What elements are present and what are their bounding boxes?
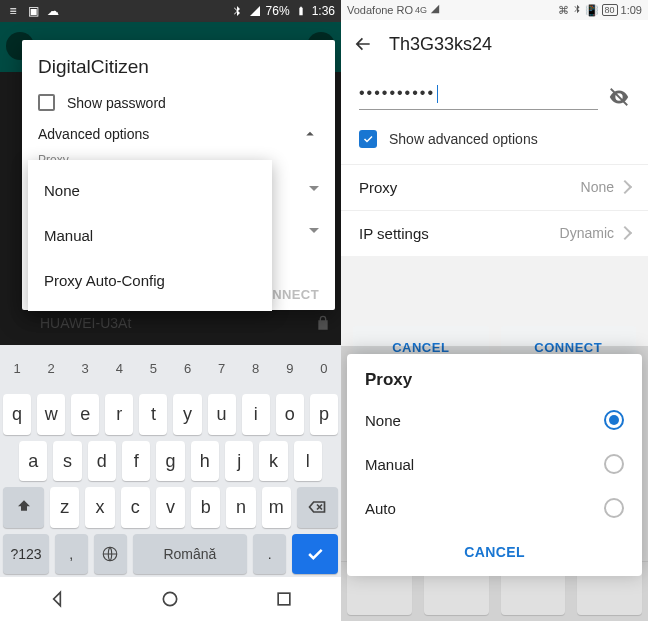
password-input[interactable]: •••••••••• <box>359 84 598 110</box>
key-1[interactable]: 1 <box>0 347 34 389</box>
carrier-label: Vodafone RO <box>347 4 413 16</box>
proxy-bottom-sheet: Proxy None Manual Auto CANCEL <box>347 354 642 576</box>
key-d[interactable]: d <box>88 441 116 481</box>
proxy-option-auto[interactable]: Auto <box>347 486 642 530</box>
signal-icon <box>248 4 262 18</box>
comma-key[interactable]: , <box>55 534 88 574</box>
nfc-icon: ⌘ <box>558 4 569 17</box>
phone-left: ≡ ▣ ☁ 76% 1:36 HUAWEI-U3At <box>0 0 341 621</box>
key-k[interactable]: k <box>259 441 287 481</box>
key-i[interactable]: i <box>242 394 270 434</box>
key-r[interactable]: r <box>105 394 133 434</box>
space-key[interactable]: Română <box>133 534 248 574</box>
checkbox-checked-icon[interactable] <box>359 130 377 148</box>
key-e[interactable]: e <box>71 394 99 434</box>
sheet-cancel-button[interactable]: CANCEL <box>347 530 642 570</box>
key-row-3: z x c v b n m <box>0 484 341 530</box>
key-w[interactable]: w <box>37 394 65 434</box>
wifi-item-label: HUAWEI-U3At <box>40 315 131 331</box>
key-p[interactable]: p <box>310 394 338 434</box>
battery-text: 80 <box>602 4 618 16</box>
key-v[interactable]: v <box>156 487 185 527</box>
key-b[interactable]: b <box>191 487 220 527</box>
key-n[interactable]: n <box>226 487 255 527</box>
network-type: 4G <box>415 5 427 15</box>
key-row-4: ?123 , Română . <box>0 531 341 577</box>
key-s[interactable]: s <box>53 441 81 481</box>
status-bar: ≡ ▣ ☁ 76% 1:36 <box>0 0 341 22</box>
proxy-option-none[interactable]: None <box>28 168 272 213</box>
proxy-option-none[interactable]: None <box>347 398 642 442</box>
key-t[interactable]: t <box>139 394 167 434</box>
shift-key[interactable] <box>3 487 44 527</box>
option-label: Manual <box>365 456 414 473</box>
enter-key[interactable] <box>292 534 338 574</box>
key-0[interactable]: 0 <box>307 347 341 389</box>
radio-icon <box>604 498 624 518</box>
key-6[interactable]: 6 <box>170 347 204 389</box>
wifi-form: •••••••••• Show advanced options Proxy N… <box>341 68 648 256</box>
radio-icon <box>604 454 624 474</box>
key-5[interactable]: 5 <box>136 347 170 389</box>
period-key[interactable]: . <box>253 534 286 574</box>
key-z[interactable]: z <box>50 487 79 527</box>
key-9[interactable]: 9 <box>273 347 307 389</box>
key-h[interactable]: h <box>191 441 219 481</box>
proxy-dropdown-menu: None Manual Proxy Auto-Config <box>28 160 272 311</box>
proxy-row[interactable]: Proxy None <box>341 164 648 210</box>
key-y[interactable]: y <box>173 394 201 434</box>
advanced-options-row[interactable]: Advanced options <box>38 125 319 143</box>
key-row-1: q w e r t y u i o p <box>0 391 341 437</box>
show-password-label: Show password <box>67 95 166 111</box>
key-x[interactable]: x <box>85 487 114 527</box>
key-8[interactable]: 8 <box>239 347 273 389</box>
visibility-off-icon[interactable] <box>608 86 630 108</box>
key-j[interactable]: j <box>225 441 253 481</box>
key-q[interactable]: q <box>3 394 31 434</box>
svg-rect-2 <box>278 593 290 605</box>
symbols-key[interactable]: ?123 <box>3 534 49 574</box>
dialog-title: DigitalCitizen <box>38 56 319 78</box>
key-4[interactable]: 4 <box>102 347 136 389</box>
option-label: Auto <box>365 500 396 517</box>
image-icon: ▣ <box>26 4 40 18</box>
dropdown-caret-icon <box>309 228 319 233</box>
key-m[interactable]: m <box>262 487 291 527</box>
key-f[interactable]: f <box>122 441 150 481</box>
key-7[interactable]: 7 <box>205 347 239 389</box>
wifi-list-bg: HUAWEI-U3At <box>40 310 331 336</box>
nav-home-icon[interactable] <box>160 589 180 609</box>
globe-key[interactable] <box>94 534 127 574</box>
dropdown-caret-icon <box>309 186 319 191</box>
key-2[interactable]: 2 <box>34 347 68 389</box>
proxy-option-manual[interactable]: Manual <box>28 213 272 258</box>
key-c[interactable]: c <box>121 487 150 527</box>
back-arrow-icon[interactable] <box>353 34 373 54</box>
key-row-2: a s d f g h j k l <box>0 438 341 484</box>
nav-recents-icon[interactable] <box>274 589 294 609</box>
ip-settings-row[interactable]: IP settings Dynamic <box>341 210 648 256</box>
soft-keyboard: 1 2 3 4 5 6 7 8 9 0 q w e r t y u i o p … <box>0 345 341 577</box>
show-advanced-row[interactable]: Show advanced options <box>341 116 648 164</box>
bluetooth-icon <box>572 4 582 16</box>
chevron-right-icon <box>618 226 632 240</box>
clock: 1:09 <box>621 4 642 16</box>
key-g[interactable]: g <box>156 441 184 481</box>
proxy-option-pac[interactable]: Proxy Auto-Config <box>28 258 272 303</box>
key-a[interactable]: a <box>19 441 47 481</box>
cloud-icon: ☁ <box>46 4 60 18</box>
checkbox-icon[interactable] <box>38 94 55 111</box>
key-u[interactable]: u <box>208 394 236 434</box>
nav-bar <box>0 577 341 621</box>
battery-percent: 76% <box>266 4 290 18</box>
signal-icon <box>430 4 440 16</box>
status-bar: Vodafone RO 4G ⌘ 📳 80 1:09 <box>341 0 648 20</box>
key-3[interactable]: 3 <box>68 347 102 389</box>
show-password-row[interactable]: Show password <box>38 94 319 111</box>
key-o[interactable]: o <box>276 394 304 434</box>
proxy-option-manual[interactable]: Manual <box>347 442 642 486</box>
key-l[interactable]: l <box>294 441 322 481</box>
nav-back-icon[interactable] <box>47 589 67 609</box>
proxy-value: None <box>581 179 614 195</box>
backspace-key[interactable] <box>297 487 338 527</box>
